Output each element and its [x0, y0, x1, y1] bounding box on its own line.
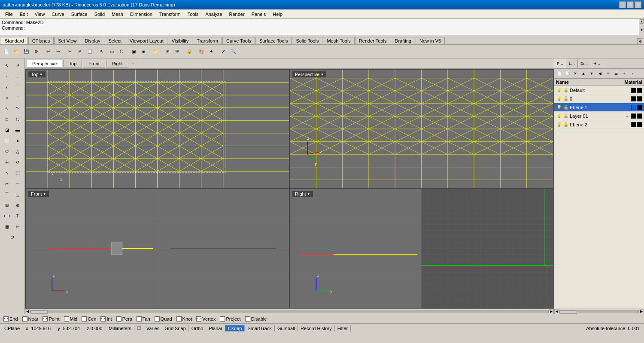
- layer-up-icon[interactable]: ▲: [580, 70, 587, 77]
- tab-perspective[interactable]: Perspective: [27, 60, 62, 67]
- viewport-perspective-label[interactable]: Perspective ▼: [292, 71, 326, 77]
- scroll-thumb[interactable]: [30, 310, 48, 314]
- menu-panels[interactable]: Panels: [248, 11, 270, 18]
- menu-transform[interactable]: Transform: [156, 11, 184, 18]
- smarttrack-button[interactable]: SmartTrack: [245, 325, 274, 331]
- tab-render-tools[interactable]: Render Tools: [355, 37, 391, 44]
- layer-select-icon[interactable]: ☰: [612, 70, 620, 77]
- menu-view[interactable]: View: [31, 11, 49, 18]
- cylinder-icon[interactable]: ⬭: [2, 146, 12, 156]
- layer-row-ebene2[interactable]: 💡 🔓 Ebene 2: [554, 120, 644, 129]
- osnap-button[interactable]: Osnap: [225, 325, 245, 331]
- layer-material-ebene1[interactable]: [637, 105, 642, 110]
- tab-drafting[interactable]: Drafting: [391, 37, 415, 44]
- minimize-button[interactable]: —: [619, 1, 626, 8]
- layer-lock-icon-default[interactable]: 🔓: [563, 87, 569, 93]
- command-scrollbar[interactable]: ▲ ▼: [639, 19, 644, 35]
- osnap-point[interactable]: ✓ Point: [41, 316, 61, 322]
- toolbar-settings-icon[interactable]: ⚙: [637, 38, 643, 44]
- polyline-icon[interactable]: ⌒: [12, 82, 23, 92]
- layer-new-sublayer-icon[interactable]: 📑: [563, 70, 571, 77]
- options-icon[interactable]: ⚙: [31, 47, 41, 56]
- osnap-end-checkbox[interactable]: ✓: [3, 316, 9, 322]
- osnap-mid[interactable]: ✓ Mid: [62, 316, 79, 322]
- split-icon[interactable]: ⊣: [12, 178, 23, 189]
- rectangle-icon[interactable]: □: [2, 114, 12, 124]
- viewport-front[interactable]: Front ▼: [25, 189, 289, 308]
- menu-file[interactable]: File: [2, 11, 16, 18]
- tab-transform[interactable]: Transform: [193, 37, 222, 44]
- osnap-quad-checkbox[interactable]: [155, 316, 160, 322]
- menu-curve[interactable]: Curve: [48, 11, 67, 18]
- viewport-front-label[interactable]: Front ▼: [28, 191, 49, 197]
- move-icon[interactable]: ✛: [2, 157, 12, 167]
- layer-down-icon[interactable]: ▼: [588, 70, 595, 77]
- tab-curve-tools[interactable]: Curve Tools: [222, 37, 255, 44]
- menu-tools[interactable]: Tools: [184, 11, 202, 18]
- layer-material-layer01[interactable]: [637, 113, 642, 119]
- osnap-vertex-checkbox[interactable]: ✓: [196, 316, 201, 322]
- osnap-cen[interactable]: Cen: [80, 316, 98, 322]
- close-button[interactable]: ✕: [635, 1, 641, 8]
- menu-solid[interactable]: Solid: [91, 11, 108, 18]
- new-icon[interactable]: 📄: [2, 47, 11, 56]
- save-icon[interactable]: 💾: [21, 47, 31, 56]
- tab-standard[interactable]: Standard: [1, 37, 28, 44]
- layer-row-0[interactable]: 💡 🔓 0: [554, 95, 644, 103]
- tab-surface-tools[interactable]: Surface Tools: [255, 37, 292, 44]
- rp-tab-help[interactable]: H…: [591, 58, 604, 68]
- tab-right[interactable]: Right: [106, 60, 128, 67]
- osnap-project-checkbox[interactable]: [220, 316, 225, 322]
- select-icon[interactable]: ↖: [97, 47, 106, 56]
- osnap-disable[interactable]: Disable: [243, 316, 269, 322]
- fillet-icon[interactable]: ⌒: [2, 189, 12, 199]
- wireframe-icon[interactable]: ▣: [129, 47, 138, 56]
- osnap-near-checkbox[interactable]: [22, 316, 27, 322]
- tab-cplanes[interactable]: CPlanes: [28, 37, 54, 44]
- layer-color-layer01[interactable]: [631, 113, 636, 119]
- undo-icon[interactable]: ↩: [43, 47, 53, 56]
- tab-new-in-v5[interactable]: New in V5: [416, 37, 445, 44]
- viewport-top-label[interactable]: Top ▼: [28, 71, 46, 77]
- layer-new-icon[interactable]: 📄: [555, 70, 563, 77]
- layer-filter-icon[interactable]: ≡: [604, 70, 612, 77]
- menu-analyze[interactable]: Analyze: [202, 11, 225, 18]
- scroll-right-icon[interactable]: ▶: [549, 309, 554, 314]
- array-icon[interactable]: ⊞: [2, 200, 12, 210]
- layer-color-ebene1[interactable]: [631, 105, 636, 110]
- layer-color-ebene2[interactable]: [631, 122, 636, 127]
- viewport-scrollbar-bottom[interactable]: ◀ ▶: [25, 309, 554, 314]
- rp-scroll-right-icon[interactable]: ▶: [639, 309, 644, 314]
- record-history-button[interactable]: Record History: [298, 325, 335, 331]
- osnap-int[interactable]: ✓ Int: [99, 316, 113, 322]
- scroll-down-icon[interactable]: ▼: [640, 28, 644, 32]
- curve-icon[interactable]: ∿: [2, 103, 12, 113]
- scroll-left-icon[interactable]: ◀: [25, 309, 30, 314]
- zoom-extents-icon[interactable]: ⤢: [219, 47, 228, 56]
- ortho-button[interactable]: Ortho: [189, 325, 207, 331]
- menu-mesh[interactable]: Mesh: [108, 11, 127, 18]
- tab-mesh-tools[interactable]: Mesh Tools: [323, 37, 354, 44]
- osnap-tan[interactable]: Tan: [135, 316, 152, 322]
- raytrace-icon[interactable]: ✦: [207, 47, 216, 56]
- rotate-icon[interactable]: ↺: [12, 157, 23, 167]
- osnap-disable-checkbox[interactable]: [245, 316, 250, 322]
- layer-lock-icon-ebene1[interactable]: 🔓: [563, 104, 569, 110]
- layer-row-ebene1[interactable]: 💡 🔓 Ebene 1: [554, 103, 644, 112]
- tab-setview[interactable]: Set View: [54, 37, 80, 44]
- rp-scroll-thumb[interactable]: [560, 310, 577, 314]
- tab-top[interactable]: Top: [63, 60, 82, 67]
- layer-visible-icon-ebene1[interactable]: 💡: [556, 104, 562, 110]
- osnap-near[interactable]: Near: [21, 316, 40, 322]
- layer-visible-icon-default[interactable]: 💡: [556, 87, 562, 93]
- layer-delete-icon[interactable]: ✕: [571, 70, 579, 77]
- layer-material-0[interactable]: [637, 96, 642, 101]
- filter-button[interactable]: Filter: [335, 325, 351, 331]
- lock-icon[interactable]: 🔒: [185, 47, 194, 56]
- redo-icon[interactable]: ↪: [53, 47, 63, 56]
- layer-material-ebene2[interactable]: [637, 122, 642, 127]
- layer-expand-icon[interactable]: +: [620, 70, 628, 77]
- layer-material-default[interactable]: [637, 88, 642, 93]
- osnap-int-checkbox[interactable]: ✓: [100, 316, 106, 322]
- grid-snap-button[interactable]: Grid Snap: [162, 325, 189, 331]
